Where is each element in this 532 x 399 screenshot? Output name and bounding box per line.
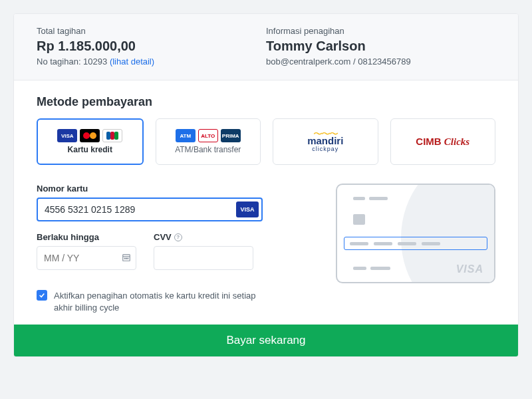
card-number-wrap: VISA	[37, 198, 263, 221]
auto-billing-checkbox[interactable]	[37, 290, 47, 301]
svg-rect-0	[123, 255, 130, 261]
jcb-icon	[102, 129, 122, 142]
card-preview-wrap: VISA	[283, 184, 495, 314]
total-label: Total tagihan	[37, 26, 266, 36]
cvv-input[interactable]	[154, 246, 253, 270]
svg-point-2	[124, 258, 125, 259]
card-illustration-number-row	[344, 237, 487, 250]
card-number-label: Nomor kartu	[37, 184, 263, 194]
method-cimb-clicks[interactable]: CIMB Clicks	[390, 118, 496, 165]
method-mandiri-clickpay[interactable]: 〜〜〜 mandiri clickpay	[273, 118, 378, 165]
method-atm-transfer[interactable]: ATM ALTO PRIMA ATM/Bank transfer	[156, 118, 261, 165]
method-atm-label: ATM/Bank transfer	[175, 145, 241, 154]
card-form: Nomor kartu VISA Berlaku hingga	[37, 184, 495, 314]
payment-body: Metode pembayaran VISA Kartu kredit ATM …	[14, 80, 518, 325]
cimb-name-a: CIMB	[416, 136, 441, 147]
cimb-name-b: Clicks	[444, 136, 469, 147]
card-illustration-brand: VISA	[456, 263, 483, 275]
cimb-logo: CIMB Clicks	[416, 136, 469, 148]
auto-billing-row: Aktifkan penagihan otomatis ke kartu kre…	[37, 290, 263, 314]
alto-icon: ALTO	[198, 129, 218, 142]
methods-title: Metode pembayaran	[37, 95, 495, 109]
mastercard-icon	[80, 129, 100, 142]
payment-methods: VISA Kartu kredit ATM ALTO PRIMA ATM/Ban…	[37, 118, 495, 165]
mandiri-name: mandiri	[307, 136, 343, 146]
total-amount: Rp 1.185.000,00	[37, 39, 266, 54]
card-number-input[interactable]	[37, 198, 263, 221]
billing-info-block: Informasi penagihan Tommy Carlson bob@ce…	[266, 26, 495, 66]
prima-icon: PRIMA	[221, 129, 241, 142]
payment-card: Total tagihan Rp 1.185.000,00 No tagihan…	[13, 13, 519, 357]
billing-contact: bob@centralperk.com / 08123456789	[266, 57, 495, 66]
invoice-line: No tagihan: 10293 (lihat detail)	[37, 57, 266, 66]
help-icon[interactable]: ?	[174, 233, 182, 241]
expiry-label: Berlaku hingga	[37, 232, 136, 242]
svg-point-3	[126, 258, 126, 259]
card-brand-badge: VISA	[236, 201, 259, 217]
invoice-prefix: No tagihan:	[37, 57, 83, 66]
cvv-label: CVV ?	[154, 232, 253, 242]
atm-logos: ATM ALTO PRIMA	[176, 129, 241, 142]
method-credit-label: Kartu kredit	[68, 145, 112, 154]
visa-icon: VISA	[57, 129, 77, 142]
invoice-number: 10293	[83, 57, 107, 66]
atm-bersama-icon: ATM	[176, 129, 196, 142]
billing-name: Tommy Carlson	[266, 39, 495, 54]
mandiri-sub: clickpay	[307, 146, 343, 152]
pay-now-button[interactable]: Bayar sekarang	[14, 325, 518, 356]
credit-card-logos: VISA	[57, 129, 122, 142]
invoice-detail-link[interactable]: (lihat detail)	[110, 57, 154, 66]
method-credit-card[interactable]: VISA Kartu kredit	[37, 118, 144, 165]
billing-header: Total tagihan Rp 1.185.000,00 No tagihan…	[14, 14, 518, 80]
card-illustration: VISA	[336, 184, 495, 283]
svg-point-4	[128, 258, 128, 259]
card-form-fields: Nomor kartu VISA Berlaku hingga	[37, 184, 263, 314]
mandiri-logo: 〜〜〜 mandiri clickpay	[307, 131, 343, 152]
total-block: Total tagihan Rp 1.185.000,00 No tagihan…	[37, 26, 266, 66]
auto-billing-text: Aktifkan penagihan otomatis ke kartu kre…	[54, 290, 263, 314]
billing-info-label: Informasi penagihan	[266, 26, 495, 36]
calendar-icon[interactable]	[122, 253, 131, 265]
